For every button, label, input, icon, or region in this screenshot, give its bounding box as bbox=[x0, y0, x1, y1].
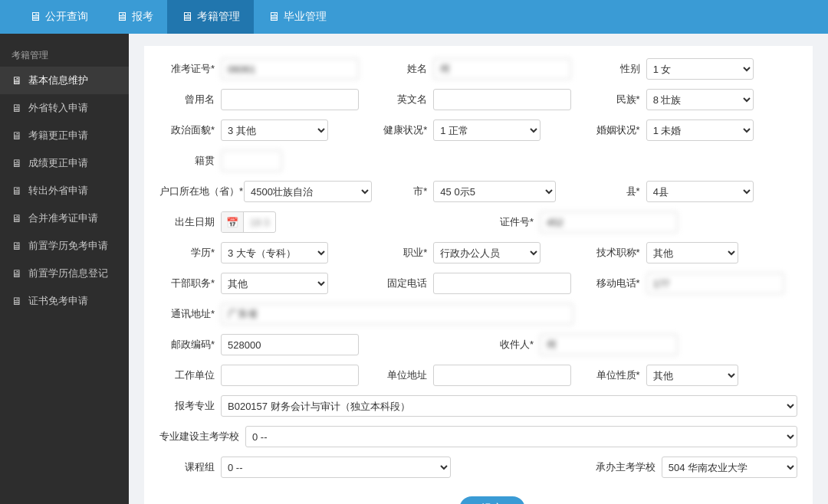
select-county[interactable]: 4县 bbox=[646, 181, 754, 202]
submit-area: ➜ 提交 bbox=[159, 487, 797, 504]
form-row-14: 课程组 0 -- 承办主考学校 504 华南农业大学 bbox=[159, 457, 797, 478]
monitor-sidebar-icon-7: 🖥 bbox=[12, 240, 22, 252]
field-postcode: 邮政编码* bbox=[159, 334, 478, 355]
select-cadre-post[interactable]: 其他 bbox=[221, 273, 328, 294]
input-recipient[interactable] bbox=[540, 334, 678, 355]
arrow-right-icon: ➜ bbox=[432, 499, 450, 505]
form-row-1: 准考证号* 姓名 性别 1 女 2 男 bbox=[159, 58, 797, 80]
sidebar-item-transfer-out[interactable]: 🖥 转出外省申请 bbox=[0, 177, 129, 205]
field-fixed-phone: 固定电话 bbox=[372, 273, 584, 294]
select-ethnicity[interactable]: 8 壮族 1 汉族 bbox=[646, 89, 754, 110]
input-address[interactable] bbox=[221, 303, 573, 325]
form-row-9: 通讯地址* bbox=[159, 303, 797, 325]
select-health[interactable]: 1 正常 2 残疾 bbox=[433, 119, 540, 141]
label-english-name: 英文名 bbox=[372, 93, 433, 106]
select-politics[interactable]: 3 其他 1 中共党员 bbox=[221, 119, 328, 141]
monitor-sidebar-icon-1: 🖥 bbox=[12, 74, 22, 87]
input-english-name[interactable] bbox=[433, 89, 571, 110]
monitor-sidebar-icon-8: 🖥 bbox=[12, 267, 22, 280]
nav-public-query[interactable]: 🖥 公开查询 bbox=[15, 0, 102, 34]
select-course-group[interactable]: 0 -- bbox=[221, 457, 451, 478]
input-common-name[interactable] bbox=[221, 89, 359, 110]
select-major[interactable]: B020157 财务会计与审计（独立本科段） bbox=[221, 395, 797, 417]
field-city: 市* 45 0示5 bbox=[372, 181, 584, 202]
input-work-unit[interactable] bbox=[221, 365, 359, 386]
sidebar-item-cert-exemption[interactable]: 🖥 证书免考申请 bbox=[0, 287, 129, 315]
nav-exam-register[interactable]: 🖥 报考 bbox=[102, 0, 167, 34]
input-admission-no[interactable] bbox=[221, 58, 359, 80]
select-education[interactable]: 3 大专（专科） bbox=[221, 242, 328, 263]
field-mobile-phone: 移动电话* bbox=[585, 273, 797, 294]
monitor-icon-3: 🖥 bbox=[181, 10, 193, 24]
label-fixed-phone: 固定电话 bbox=[372, 277, 433, 290]
input-fixed-phone[interactable] bbox=[433, 273, 571, 294]
label-birthdate: 出生日期 bbox=[159, 215, 221, 229]
input-unit-address[interactable] bbox=[433, 365, 571, 386]
input-name[interactable] bbox=[433, 58, 571, 80]
label-cadre-post: 干部职务* bbox=[159, 277, 221, 290]
label-recipient: 收件人* bbox=[478, 338, 540, 352]
field-household: 户口所在地（省）* 4500壮族自治 bbox=[159, 181, 372, 202]
field-address: 通讯地址* bbox=[159, 303, 797, 325]
sidebar-item-edu-record[interactable]: 🖥 前置学历信息登记 bbox=[0, 260, 129, 287]
select-occupation[interactable]: 行政办公人员 bbox=[433, 242, 540, 263]
label-mobile-phone: 移动电话* bbox=[585, 277, 646, 290]
field-major: 报考专业 B020157 财务会计与审计（独立本科段） bbox=[159, 395, 797, 417]
label-work-unit: 工作单位 bbox=[159, 368, 221, 382]
input-postcode[interactable] bbox=[221, 334, 359, 355]
label-postcode: 邮政编码* bbox=[159, 338, 221, 352]
field-birthdate: 出生日期 📅 19 3 bbox=[159, 211, 478, 233]
label-name: 姓名 bbox=[372, 62, 433, 76]
field-occupation: 职业* 行政办公人员 bbox=[372, 242, 584, 263]
form-row-6: 出生日期 📅 19 3 证件号* bbox=[159, 211, 797, 233]
field-cadre-post: 干部职务* 其他 bbox=[159, 273, 372, 294]
top-navigation: 🖥 公开查询 🖥 报考 🖥 考籍管理 🖥 毕业管理 bbox=[0, 0, 828, 34]
submit-button[interactable]: 提交 bbox=[459, 496, 525, 504]
label-id-no: 证件号* bbox=[478, 215, 540, 229]
select-city[interactable]: 45 0示5 bbox=[433, 181, 556, 202]
label-occupation: 职业* bbox=[372, 246, 433, 260]
calendar-button[interactable]: 📅 bbox=[222, 212, 244, 232]
input-mobile-phone[interactable] bbox=[646, 273, 784, 294]
label-ethnicity: 民族* bbox=[585, 93, 646, 106]
label-unit-nature: 单位性质* bbox=[585, 368, 646, 382]
nav-graduation[interactable]: 🖥 毕业管理 bbox=[254, 0, 340, 34]
form-container: 准考证号* 姓名 性别 1 女 2 男 曾用名 bbox=[144, 46, 813, 504]
monitor-sidebar-icon-4: 🖥 bbox=[12, 157, 22, 169]
form-row-8: 干部职务* 其他 固定电话 移动电话* bbox=[159, 273, 797, 294]
form-row-12: 报考专业 B020157 财务会计与审计（独立本科段） bbox=[159, 395, 797, 417]
form-row-2: 曾用名 英文名 民族* 8 壮族 1 汉族 bbox=[159, 89, 797, 110]
field-native-place: 籍贯 bbox=[159, 150, 797, 172]
monitor-icon-4: 🖥 bbox=[268, 10, 280, 24]
form-row-7: 学历* 3 大专（专科） 职业* 行政办公人员 技术职称* 其他 bbox=[159, 242, 797, 263]
sidebar-item-transfer-in[interactable]: 🖥 外省转入申请 bbox=[0, 94, 129, 122]
select-household-province[interactable]: 4500壮族自治 bbox=[244, 181, 372, 202]
field-id-no: 证件号* bbox=[478, 211, 797, 233]
sidebar-item-basic-info[interactable]: 🖥 基本信息维护 bbox=[0, 67, 129, 94]
select-unit-nature[interactable]: 其他 bbox=[646, 365, 738, 386]
input-native-place[interactable] bbox=[221, 150, 282, 172]
label-address: 通讯地址* bbox=[159, 307, 221, 321]
label-admission-no: 准考证号* bbox=[159, 62, 221, 76]
select-tech-title[interactable]: 其他 bbox=[646, 242, 738, 263]
main-content: 准考证号* 姓名 性别 1 女 2 男 曾用名 bbox=[129, 34, 828, 504]
label-health: 健康状况* bbox=[372, 123, 433, 137]
nav-exam-management[interactable]: 🖥 考籍管理 bbox=[167, 0, 254, 34]
label-host-school: 专业建设主考学校 bbox=[159, 430, 245, 443]
sidebar-item-merge-ticket[interactable]: 🖥 合并准考证申请 bbox=[0, 205, 129, 232]
select-host-school[interactable]: 0 -- bbox=[245, 426, 797, 447]
sidebar-item-score-correction[interactable]: 🖥 成绩更正申请 bbox=[0, 149, 129, 177]
input-id-no[interactable] bbox=[540, 211, 678, 233]
label-county: 县* bbox=[585, 185, 646, 198]
field-gender: 性别 1 女 2 男 bbox=[585, 58, 797, 80]
sidebar-section-title: 考籍管理 bbox=[0, 41, 129, 67]
sidebar-item-edu-exemption[interactable]: 🖥 前置学历免考申请 bbox=[0, 232, 129, 260]
label-gender: 性别 bbox=[585, 62, 646, 76]
sidebar: 考籍管理 🖥 基本信息维护 🖥 外省转入申请 🖥 考籍更正申请 🖥 成绩更正申请… bbox=[0, 34, 129, 504]
select-gender[interactable]: 1 女 2 男 bbox=[646, 58, 754, 80]
select-marriage[interactable]: 1 未婚 2 已婚 bbox=[646, 119, 754, 141]
monitor-sidebar-icon-3: 🖥 bbox=[12, 129, 22, 142]
sidebar-item-correction[interactable]: 🖥 考籍更正申请 bbox=[0, 122, 129, 149]
select-undertake-school[interactable]: 504 华南农业大学 bbox=[662, 457, 797, 478]
form-row-5: 户口所在地（省）* 4500壮族自治 市* 45 0示5 县* 4县 bbox=[159, 181, 797, 202]
